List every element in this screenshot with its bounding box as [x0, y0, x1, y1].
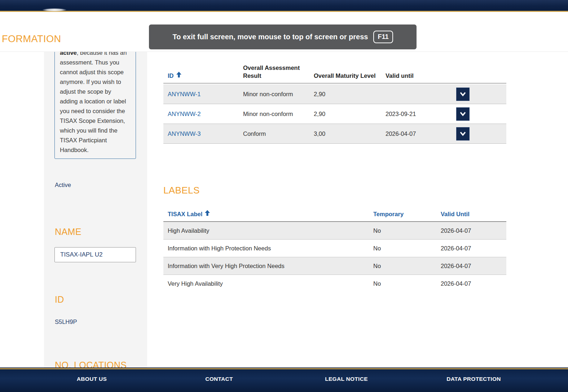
app-screen: FORMATION To exit full screen, move mous… — [0, 0, 568, 392]
notice-text: , because it has an assessment. Thus you… — [60, 52, 127, 153]
chevron-down-icon — [460, 91, 466, 97]
footer-link-legal-notice[interactable]: LEGAL NOTICE — [283, 376, 410, 386]
column-header-label-valid-until[interactable]: Valid Until — [436, 205, 506, 221]
assessment-row: ANYNWW-2 Minor non-conform 2,90 2023-09-… — [163, 104, 506, 124]
assessment-maturity: 2,90 — [309, 111, 381, 117]
label-temporary: No — [369, 280, 436, 287]
assessment-valid-until: 2026-04-07 — [381, 130, 452, 137]
logo-arc — [43, 8, 66, 12]
column-header-temporary[interactable]: Temporary — [369, 205, 436, 221]
assessment-id-link[interactable]: ANYNWW-2 — [163, 111, 239, 117]
column-header-valid-until: Valid until — [381, 60, 452, 83]
label-valid-until: 2026-04-07 — [436, 263, 506, 270]
label-temporary: No — [369, 245, 436, 252]
page-title: FORMATION — [2, 34, 61, 45]
assessment-result: Minor non-conform — [239, 91, 309, 98]
label-name: High Availability — [163, 227, 369, 234]
sort-ascending-icon — [176, 71, 181, 79]
labels-table-header: TISAX Label Temporary Valid Until — [163, 205, 506, 222]
chevron-down-icon — [460, 131, 466, 137]
assessment-result: Minor non-conform — [239, 111, 309, 117]
expand-row-button[interactable] — [456, 127, 470, 141]
fullscreen-exit-toast: To exit full screen, move mouse to top o… — [149, 24, 417, 49]
scope-id-value: S5LH9P — [55, 318, 77, 325]
label-row: High Availability No 2026-04-07 — [163, 222, 506, 240]
scope-name-input[interactable] — [54, 247, 136, 262]
label-name: Very High Availability — [163, 280, 369, 287]
label-name: Information with Very High Protection Ne… — [163, 263, 369, 270]
label-temporary: No — [369, 263, 436, 270]
assessment-row: ANYNWW-1 Minor non-conform 2,90 — [163, 84, 506, 104]
footer-link-data-protection[interactable]: DATA PROTECTION — [410, 376, 537, 386]
label-name: Information with High Protection Needs — [163, 245, 369, 252]
label-row: Information with High Protection Needs N… — [163, 240, 506, 257]
fullscreen-exit-message: To exit full screen, move mouse to top o… — [172, 33, 368, 41]
column-header-actions — [452, 60, 506, 83]
footer-nav: ABOUT US CONTACT LEGAL NOTICE DATA PROTE… — [28, 369, 537, 392]
column-header-id[interactable]: ID — [163, 60, 239, 83]
chevron-down-icon — [460, 111, 466, 117]
top-navigation-bar — [0, 0, 568, 12]
expand-row-button[interactable] — [456, 107, 470, 121]
assessment-id-link[interactable]: ANYNWW-3 — [163, 130, 239, 137]
footer: ABOUT US CONTACT LEGAL NOTICE DATA PROTE… — [0, 368, 568, 392]
scope-info-notice: active, because it has an assessment. Th… — [54, 52, 136, 159]
label-row: Very High Availability No 2026-04-07 — [163, 275, 506, 293]
f11-key-badge: F11 — [373, 31, 393, 43]
assessment-result: Conform — [239, 130, 309, 137]
assessment-maturity: 3,00 — [309, 130, 381, 137]
label-temporary: No — [369, 227, 436, 234]
assessment-maturity: 2,90 — [309, 91, 381, 98]
locations-section-heading: NO. LOCATIONS — [55, 360, 127, 368]
column-header-tisax-label[interactable]: TISAX Label — [163, 205, 369, 221]
column-header-result: Overall Assessment Result — [239, 60, 309, 83]
label-row: Information with Very High Protection Ne… — [163, 257, 506, 275]
assessment-id-link[interactable]: ANYNWW-1 — [163, 91, 239, 98]
footer-link-about-us[interactable]: ABOUT US — [28, 376, 155, 386]
scope-information-sidebar: active, because it has an assessment. Th… — [44, 52, 147, 368]
sort-ascending-icon — [205, 210, 210, 218]
labels-section-heading: LABELS — [163, 185, 200, 196]
column-header-maturity: Overall Maturity Level — [309, 60, 381, 83]
footer-link-contact[interactable]: CONTACT — [155, 376, 283, 386]
assessment-row: ANYNWW-3 Conform 3,00 2026-04-07 — [163, 124, 506, 144]
assessment-valid-until: 2023-09-21 — [381, 111, 452, 117]
assessments-table-body: ANYNWW-1 Minor non-conform 2,90 ANYNWW-2… — [163, 84, 506, 144]
labels-table-body: High Availability No 2026-04-07 Informat… — [163, 222, 506, 293]
label-valid-until: 2026-04-07 — [436, 245, 506, 252]
expand-row-button[interactable] — [456, 88, 470, 101]
label-valid-until: 2026-04-07 — [436, 280, 506, 287]
notice-bold-lead: active — [60, 52, 77, 56]
name-section-heading: NAME — [55, 227, 82, 237]
assessments-table-header: ID Overall Assessment Result Overall Mat… — [163, 60, 506, 84]
scope-status-value: Active — [55, 182, 71, 188]
id-section-heading: ID — [55, 294, 64, 305]
label-valid-until: 2026-04-07 — [436, 227, 506, 234]
